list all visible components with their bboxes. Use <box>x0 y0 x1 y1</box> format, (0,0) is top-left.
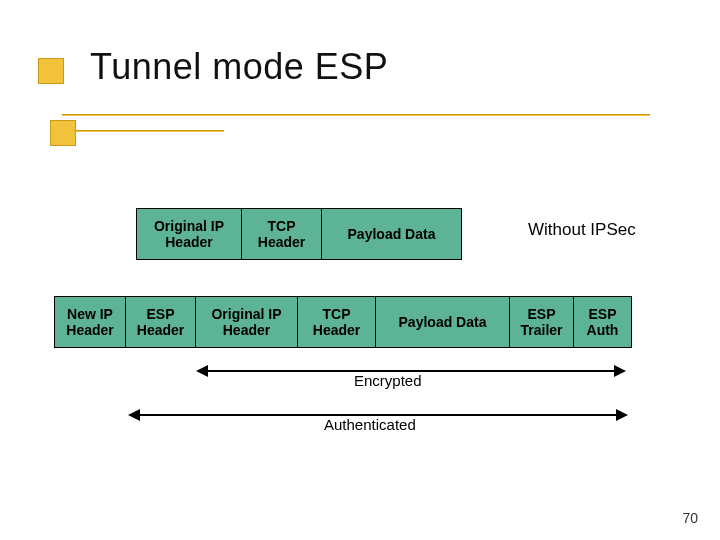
packet-without-ipsec: Original IP Header TCP Header Payload Da… <box>136 208 462 260</box>
cell-tcp-header: TCP Header <box>242 208 322 260</box>
encrypted-label: Encrypted <box>350 372 426 389</box>
arrow-right-icon <box>614 365 626 377</box>
authenticated-label: Authenticated <box>320 416 420 433</box>
title-bullet-square-top <box>38 58 64 84</box>
cell-new-ip-header: New IP Header <box>54 296 126 348</box>
cell-payload-data: Payload Data <box>322 208 462 260</box>
cell-original-ip-header: Original IP Header <box>136 208 242 260</box>
packet-tunnel-esp: New IP Header ESP Header Original IP Hea… <box>54 296 632 348</box>
cell-esp-trailer: ESP Trailer <box>510 296 574 348</box>
cell-tcp-header: TCP Header <box>298 296 376 348</box>
cell-esp-auth: ESP Auth <box>574 296 632 348</box>
cell-esp-header: ESP Header <box>126 296 196 348</box>
arrow-right-icon <box>616 409 628 421</box>
title-rule-short <box>74 130 224 132</box>
cell-payload-data: Payload Data <box>376 296 510 348</box>
arrow-left-icon <box>196 365 208 377</box>
without-ipsec-caption: Without IPSec <box>528 220 636 240</box>
page-title: Tunnel mode ESP <box>90 46 388 88</box>
title-rule-long <box>62 114 650 116</box>
arrow-left-icon <box>128 409 140 421</box>
page-number: 70 <box>682 510 698 526</box>
cell-original-ip-header: Original IP Header <box>196 296 298 348</box>
title-bullet-square-bottom <box>50 120 76 146</box>
